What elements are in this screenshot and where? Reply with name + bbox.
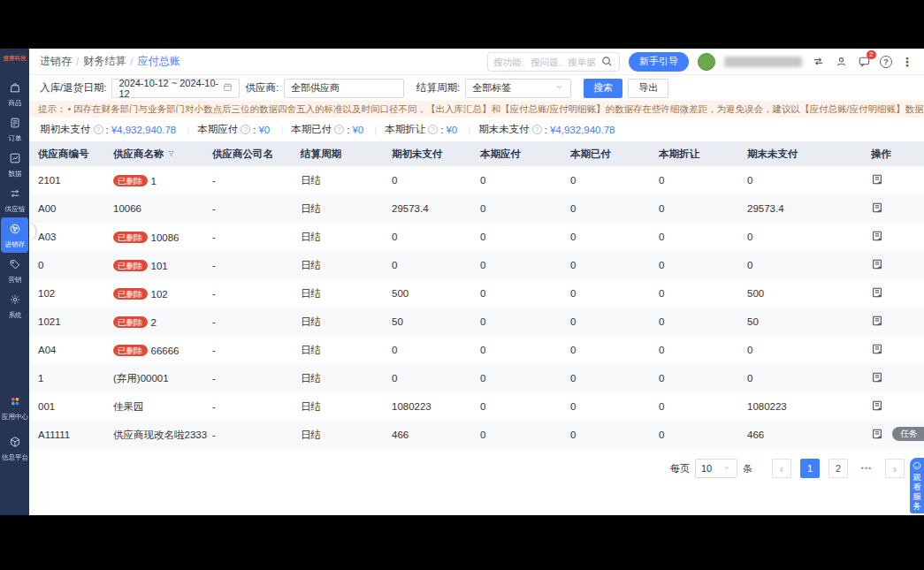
column-header[interactable]: 供应商公司名 xyxy=(212,148,301,161)
summary-item: 期初未支付 ? : ¥4,932,940.78 | xyxy=(40,123,197,136)
cell-opening-unpaid: 0 xyxy=(392,175,480,186)
column-header[interactable]: 期末未支付 xyxy=(747,148,871,161)
sidebar-item-app-center[interactable]: 应用中心 xyxy=(0,387,29,428)
global-search-input[interactable] xyxy=(493,57,596,67)
table-row[interactable]: 0 已删除101 - 日结 0 0 0 0 0 xyxy=(29,251,924,279)
more-menu-icon[interactable]: ⋮ xyxy=(901,55,913,69)
sidebar-item-info-platform[interactable]: 信息平台 xyxy=(0,428,29,468)
switch-account-icon[interactable] xyxy=(811,55,825,69)
detail-bill-icon[interactable] xyxy=(871,375,883,385)
table-row[interactable]: 2101 已删除1 - 日结 0 0 0 0 0 xyxy=(29,166,924,194)
pagination: 每页 10 条 ‹ 1 2 ••• › xyxy=(29,459,924,478)
cell-period-discount: 0 xyxy=(659,203,747,214)
detail-bill-icon[interactable] xyxy=(871,177,883,187)
column-header[interactable]: 供应商编号 xyxy=(38,148,113,161)
cell-closing-unpaid: 0 xyxy=(747,175,871,186)
search-button[interactable]: 搜索 xyxy=(584,79,622,98)
top-bar: 进销存 / 财务结算 / 应付总账 新手引导 2 xyxy=(29,49,924,75)
detail-bill-icon[interactable] xyxy=(871,346,883,357)
supplier-name-text: 10086 xyxy=(151,232,179,243)
cell-operation xyxy=(871,173,913,187)
chevron-down-icon xyxy=(722,463,731,474)
question-icon[interactable]: ? xyxy=(532,125,542,134)
table-row[interactable]: A04 已删除66666 - 日结 0 0 0 0 0 xyxy=(29,336,924,364)
task-tab[interactable]: 任务 xyxy=(892,427,924,441)
detail-bill-icon[interactable] xyxy=(871,403,883,414)
cell-period-discount: 0 xyxy=(659,429,747,440)
detail-bill-icon[interactable] xyxy=(871,290,883,300)
deleted-badge: 已删除 xyxy=(113,232,148,243)
page-button-1[interactable]: 1 xyxy=(800,459,820,478)
sidebar-item-goods[interactable]: 商品 xyxy=(0,76,29,111)
column-header[interactable]: 期初未支付 xyxy=(392,148,480,161)
detail-bill-icon[interactable] xyxy=(871,262,883,272)
question-icon[interactable]: ? xyxy=(241,125,250,134)
sidebar-item-data[interactable]: 数据 xyxy=(0,147,29,182)
sidebar-item-orders[interactable]: 订单 xyxy=(0,111,29,147)
table-row[interactable]: A03 已删除10086 - 日结 0 0 0 0 0 xyxy=(29,223,924,251)
global-search[interactable] xyxy=(487,52,620,72)
newbie-guide-button[interactable]: 新手引导 xyxy=(629,52,689,72)
question-icon[interactable]: ? xyxy=(428,125,438,134)
breadcrumb-item[interactable]: 财务结算 xyxy=(83,54,126,69)
table-header: 供应商编号 供应商名称 供应商公司名 结算周期 期初未支付 本期应付 本期已付 … xyxy=(29,141,924,166)
cell-closing-unpaid: 500 xyxy=(747,288,871,299)
cell-company-name: - xyxy=(212,373,301,384)
detail-bill-icon[interactable] xyxy=(871,318,883,329)
prev-page-button[interactable]: ‹ xyxy=(772,459,791,478)
cell-settle-cycle: 日结 xyxy=(301,429,392,442)
cell-settle-cycle: 日结 xyxy=(301,372,392,385)
service-widget[interactable]: 观看服务 xyxy=(910,458,924,513)
message-icon[interactable]: 2 xyxy=(857,55,871,69)
cell-opening-unpaid: 0 xyxy=(392,373,480,384)
export-button[interactable]: 导出 xyxy=(628,79,668,98)
cell-operation xyxy=(871,371,913,385)
date-range-input[interactable]: 2024-10-12 ~ 2024-10-12 xyxy=(111,79,240,98)
table-row[interactable]: A11111 供应商现改名啦2333 - 日结 466 0 0 0 466 xyxy=(29,421,924,449)
cell-supplier-code: 102 xyxy=(38,288,113,299)
cell-company-name: - xyxy=(212,232,301,242)
breadcrumb-item[interactable]: 进销存 xyxy=(40,54,72,69)
column-header[interactable]: 本期折让 xyxy=(659,148,747,161)
help-icon[interactable]: ? xyxy=(880,56,892,68)
cell-company-name: - xyxy=(212,260,301,270)
filter-funnel-icon[interactable] xyxy=(167,148,175,159)
sidebar-item-system[interactable]: 系统 xyxy=(0,288,29,323)
column-header[interactable]: 本期已付 xyxy=(570,148,659,161)
column-header[interactable]: 供应商名称 xyxy=(113,148,212,161)
cell-period-payable: 0 xyxy=(480,429,570,440)
sidebar-item-label: 数据 xyxy=(8,170,21,178)
page-ellipsis[interactable]: ••• xyxy=(857,459,876,478)
table-row[interactable]: 1021 已删除2 - 日结 50 0 0 0 50 xyxy=(29,308,924,336)
cell-period-paid: 0 xyxy=(570,345,659,355)
column-header[interactable]: 结算周期 xyxy=(301,148,392,161)
table-row[interactable]: 102 已删除102 - 日结 500 0 0 0 500 xyxy=(29,279,924,308)
cell-supplier-name: 已删除2 xyxy=(113,316,212,328)
detail-bill-icon[interactable] xyxy=(871,431,883,442)
cell-period-paid: 0 xyxy=(570,203,659,214)
column-header[interactable]: 本期应付 xyxy=(480,148,570,161)
cycle-select[interactable]: 全部标签 xyxy=(465,79,571,98)
table-row[interactable]: 1 (弃用)00001 - 日结 0 0 0 0 0 xyxy=(29,364,924,392)
next-page-button[interactable]: › xyxy=(885,459,905,478)
per-page-select[interactable]: 10 xyxy=(695,459,737,478)
cell-opening-unpaid: 0 xyxy=(392,345,480,355)
column-header[interactable]: 操作 xyxy=(871,148,913,161)
search-icon[interactable] xyxy=(599,55,614,69)
date-range-value: 2024-10-12 ~ 2024-10-12 xyxy=(118,78,223,99)
table-row[interactable]: A00 10066 - 日结 29573.4 0 0 0 29573.4 xyxy=(29,194,924,223)
cell-period-payable: 0 xyxy=(480,288,570,299)
sidebar-item-supply-chain[interactable]: 供应链 xyxy=(0,182,29,217)
avatar[interactable] xyxy=(698,53,715,71)
sidebar-item-marketing[interactable]: 营销 xyxy=(0,253,29,288)
page-button-2[interactable]: 2 xyxy=(829,459,848,478)
detail-bill-icon[interactable] xyxy=(871,233,883,244)
detail-bill-icon[interactable] xyxy=(871,205,883,216)
sidebar-item-inventory[interactable]: 进销存 xyxy=(1,217,28,253)
supplier-input[interactable]: 全部供应商 xyxy=(284,79,404,98)
question-icon[interactable]: ? xyxy=(94,125,103,134)
question-icon[interactable]: ? xyxy=(334,125,344,134)
contact-icon[interactable] xyxy=(834,55,848,69)
table-row[interactable]: 001 佳果园 - 日结 1080223 0 0 0 1080223 xyxy=(29,392,924,421)
supplier-name-text: 供应商现改名啦2333 xyxy=(113,429,207,440)
